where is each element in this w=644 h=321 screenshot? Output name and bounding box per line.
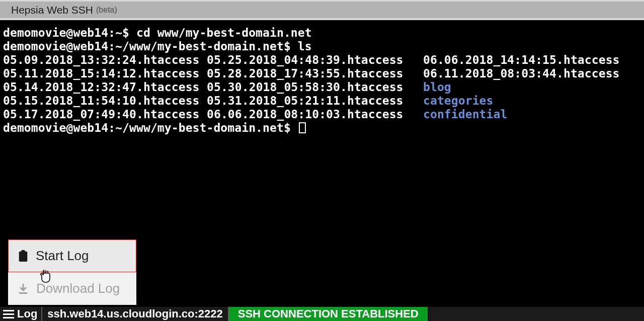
app-title-suffix: (beta) [96,6,117,15]
app-title: Hepsia Web SSH [11,4,93,16]
host-text: ssh.web14.us.cloudlogin.co:2222 [47,307,222,320]
hamburger-icon [3,309,14,318]
log-menu-toggle[interactable]: Log [0,307,42,321]
status-bar: Log ssh.web14.us.cloudlogin.co:2222 SSH … [0,307,644,321]
svg-rect-2 [19,292,27,294]
host-indicator: ssh.web14.us.cloudlogin.co:2222 [42,307,228,321]
download-icon [17,283,29,295]
title-bar: Hepsia Web SSH (beta) [0,0,644,18]
connection-status-text: SSH CONNECTION ESTABLISHED [238,307,419,320]
svg-rect-1 [21,250,25,253]
start-log-button[interactable]: Start Log [8,239,136,272]
download-log-button[interactable]: Download Log [8,272,136,305]
start-log-label: Start Log [36,248,89,264]
clipboard-icon [18,250,29,263]
log-menu: Start Log Download Log [8,239,136,305]
connection-status: SSH CONNECTION ESTABLISHED [229,307,428,321]
log-label: Log [17,307,37,320]
download-log-label: Download Log [36,281,120,296]
svg-rect-0 [19,251,28,261]
